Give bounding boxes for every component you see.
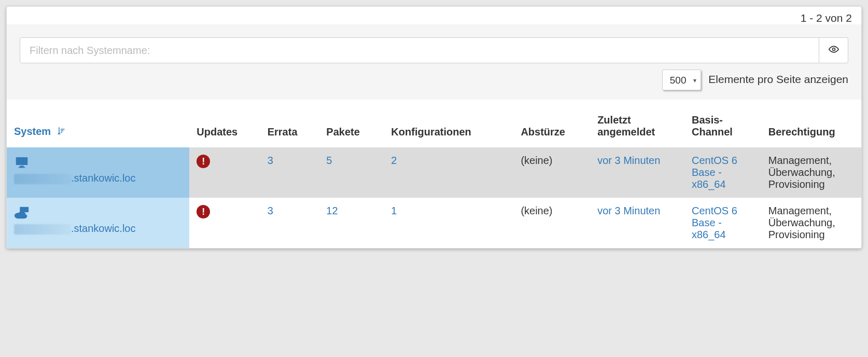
svg-rect-2 — [20, 166, 24, 167]
svg-rect-3 — [19, 167, 25, 168]
last-login-link[interactable]: vor 3 Minuten — [597, 205, 660, 216]
filter-panel: 500 Elemente pro Seite anzeigen — [7, 24, 861, 100]
config-link[interactable]: 2 — [391, 155, 397, 166]
system-name-redacted — [14, 174, 71, 184]
col-header-absturz[interactable]: Abstürze — [513, 100, 590, 147]
filter-systemname-input[interactable] — [20, 37, 819, 63]
system-link[interactable]: .stankowic.loc — [14, 223, 182, 235]
entitlement-value: Management, Überwachung, Provisioning — [768, 155, 835, 190]
warning-icon[interactable]: ! — [197, 205, 210, 218]
errata-link[interactable]: 3 — [268, 155, 273, 166]
per-page-value: 500 — [670, 75, 687, 86]
warning-icon[interactable]: ! — [197, 155, 210, 168]
svg-rect-1 — [16, 157, 28, 165]
col-header-channel[interactable]: Basis-Channel — [684, 100, 761, 147]
systems-table: System Updates Errata Pakete Konfigurati… — [7, 100, 861, 248]
show-filter-button[interactable] — [819, 37, 848, 63]
result-count: 1 - 2 von 2 — [7, 7, 861, 24]
packages-link[interactable]: 5 — [326, 155, 332, 166]
col-header-zuletzt[interactable]: Zuletzt angemeldet — [590, 100, 684, 147]
crashes-value: (keine) — [521, 205, 552, 216]
desktop-icon — [14, 155, 182, 170]
col-header-system-label: System — [14, 126, 51, 137]
per-page-label: Elemente pro Seite anzeigen — [708, 73, 848, 85]
per-page-row: 500 Elemente pro Seite anzeigen — [20, 70, 848, 90]
crashes-value: (keine) — [521, 155, 552, 166]
errata-link[interactable]: 3 — [268, 205, 273, 216]
system-name-redacted — [14, 224, 71, 235]
table-row: .stankowic.loc!352(keine)vor 3 MinutenCe… — [7, 147, 861, 198]
packages-link[interactable]: 12 — [326, 205, 338, 216]
table-row: .stankowic.loc!3121(keine)vor 3 MinutenC… — [7, 198, 861, 248]
cloud-desktop-icon — [14, 205, 182, 221]
eye-icon — [829, 44, 839, 57]
system-name-suffix: .stankowic.loc — [71, 223, 136, 234]
base-channel-link[interactable]: CentOS 6 Base - x86_64 — [692, 205, 737, 240]
entitlement-value: Management, Überwachung, Provisioning — [768, 205, 835, 240]
col-header-errata[interactable]: Errata — [260, 100, 319, 147]
config-link[interactable]: 1 — [391, 205, 397, 216]
svg-point-0 — [832, 48, 835, 50]
col-header-pakete[interactable]: Pakete — [319, 100, 384, 147]
systems-panel: 1 - 2 von 2 500 Elemente pro Seite anzei… — [6, 6, 862, 249]
col-header-system[interactable]: System — [7, 100, 189, 147]
sort-asc-icon — [56, 126, 65, 138]
base-channel-link[interactable]: CentOS 6 Base - x86_64 — [692, 155, 737, 190]
col-header-berechtigung[interactable]: Berechtigung — [761, 100, 861, 147]
per-page-select[interactable]: 500 — [662, 70, 702, 90]
last-login-link[interactable]: vor 3 Minuten — [597, 155, 660, 166]
system-link[interactable]: .stankowic.loc — [14, 172, 182, 184]
system-name-suffix: .stankowic.loc — [71, 172, 136, 184]
col-header-konfigurationen[interactable]: Konfigurationen — [384, 100, 513, 147]
col-header-updates[interactable]: Updates — [189, 100, 260, 147]
